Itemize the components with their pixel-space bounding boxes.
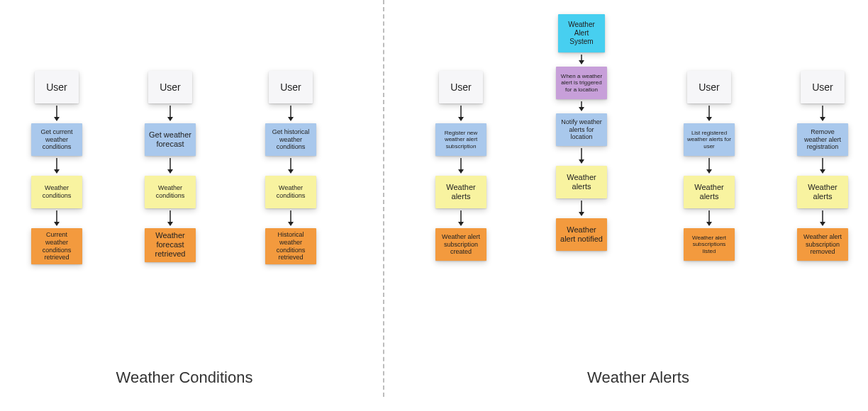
svg-marker-27 [579,107,584,111]
svg-marker-37 [706,222,712,226]
svg-marker-3 [54,169,60,174]
arrow-icon [457,103,465,123]
actor-note: User [687,71,731,103]
arrow-icon [577,99,586,113]
actor-note: User [269,71,313,103]
action-note: Get weather forecast [145,123,196,156]
svg-marker-7 [167,117,173,121]
section-title-conditions: Weather Conditions [0,368,369,387]
arrow-icon [705,103,713,123]
aggregate-note: Weather conditions [265,176,316,208]
svg-marker-23 [458,222,464,226]
action-note: Get historical weather conditions [265,123,316,156]
svg-marker-39 [820,117,825,121]
outcome-note: Weather alert subscriptions listed [684,228,735,261]
arrow-icon [286,103,295,123]
aggregate-note: Weather conditions [31,176,82,208]
arrow-icon [818,156,827,176]
arrow-icon [52,156,61,176]
actor-note: User [439,71,483,103]
svg-marker-13 [288,117,294,121]
outcome-note: Weather alert notified [556,218,607,251]
flow-forecast: User Get weather forecast Weather condit… [135,71,206,262]
arrow-icon [818,208,827,228]
svg-marker-33 [706,117,712,121]
aggregate-note: Weather conditions [145,176,196,208]
action-note: Remove weather alert registration [797,123,848,156]
aggregate-note: Weather alerts [684,176,735,208]
outcome-note: Weather alert subscription removed [797,228,848,261]
arrow-icon [577,198,586,218]
aggregate-note: Weather alerts [435,176,486,208]
actor-note: User [148,71,192,103]
flow-remove-alert: User Remove weather alert registration W… [787,71,858,261]
outcome-note: Weather forecast retrieved [145,228,196,262]
flow-list-alerts: User List registered weather alerts for … [674,71,745,261]
svg-marker-19 [458,117,464,121]
action-note: Get current weather conditions [31,123,82,156]
arrow-icon [52,103,61,123]
section-title-alerts: Weather Alerts [411,368,865,387]
aggregate-note: Weather alerts [797,176,848,208]
action-note: Register new weather alert subscription [435,123,486,156]
arrow-icon [705,208,713,228]
action-note: List registered weather alerts for user [684,123,735,156]
svg-marker-31 [579,212,584,216]
flow-notify-alert: Weather Alert System When a weather aler… [546,14,617,251]
arrow-icon [286,156,295,176]
flow-historical: User Get historical weather conditions W… [255,71,326,264]
arrow-icon [166,208,174,228]
arrow-icon [457,208,465,228]
svg-marker-35 [706,169,712,174]
svg-marker-29 [579,159,584,164]
outcome-note: Current weather conditions retrieved [31,228,82,264]
svg-marker-11 [167,222,173,226]
arrow-icon [705,156,713,176]
arrow-icon [166,156,174,176]
arrow-icon [166,103,174,123]
aggregate-note: Weather alerts [556,166,607,198]
flow-register-alert: User Register new weather alert subscrip… [425,71,496,261]
actor-note: User [801,71,845,103]
arrow-icon [52,208,61,228]
svg-marker-1 [54,117,60,121]
actor-note-system: Weather Alert System [558,14,605,52]
svg-marker-17 [288,222,294,226]
arrow-icon [457,156,465,176]
svg-marker-43 [820,222,825,226]
flow-current-conditions: User Get current weather conditions Weat… [21,71,92,264]
action-note: Notify weather alerts for location [556,113,607,146]
outcome-note: Historical weather conditions retrieved [265,228,316,264]
trigger-note: When a weather alert is triggered for a … [556,67,607,99]
outcome-note: Weather alert subscription created [435,228,486,261]
arrow-icon [286,208,295,228]
svg-marker-21 [458,169,464,174]
arrow-icon [577,146,586,166]
svg-marker-9 [167,169,173,174]
svg-marker-41 [820,169,825,174]
actor-note: User [35,71,79,103]
svg-marker-15 [288,169,294,174]
arrow-icon [818,103,827,123]
svg-marker-5 [54,222,60,226]
arrow-icon [577,52,586,67]
svg-marker-25 [579,60,584,64]
section-divider [383,0,384,397]
